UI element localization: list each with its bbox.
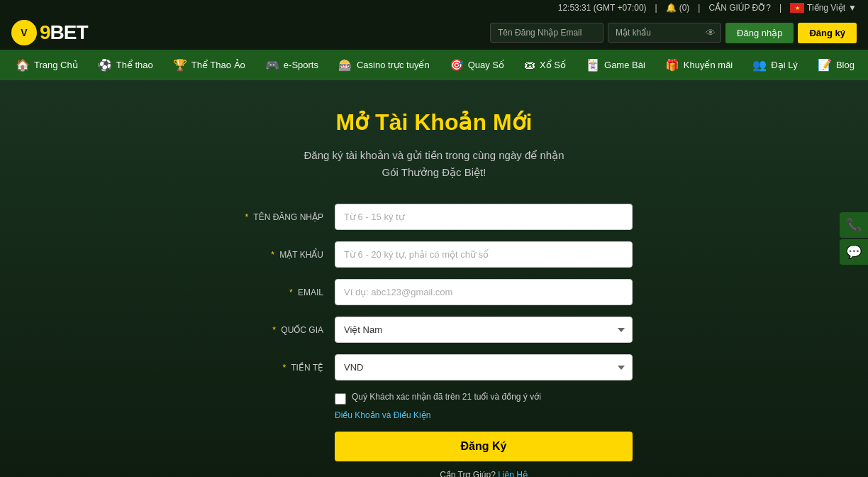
side-buttons: 📞 💬	[840, 212, 868, 265]
gift-icon: 🎁	[665, 58, 679, 72]
lang-arrow: ▼	[848, 3, 857, 13]
nav-label-the-thao: Thể thao	[116, 60, 153, 70]
terms-checkbox-row: Quý Khách xác nhận đã trên 21 tuổi và đồ…	[335, 392, 633, 405]
help-link[interactable]: CẦN GIÚP ĐỠ?	[708, 3, 770, 13]
nav-label-blog: Blog	[836, 60, 855, 70]
email-label: * EMAIL	[235, 287, 335, 297]
nav-item-quay-so[interactable]: 🎯 Quay Số	[440, 50, 514, 80]
subtitle-line2: Gói Thưởng Đặc Biệt!	[304, 164, 564, 181]
spin-icon: 🎯	[450, 58, 464, 72]
logo-circle: V	[11, 20, 37, 45]
nav-item-trang-chu[interactable]: 🏠 Trang Chủ	[6, 50, 88, 80]
casino-icon: 🎰	[338, 58, 352, 72]
password-row: * MẬT KHẨU	[235, 241, 633, 268]
username-label: * TÊN ĐĂNG NHẬP	[235, 212, 335, 222]
username-input[interactable]	[490, 23, 603, 43]
logo-bet: BET	[50, 21, 88, 43]
nav-label-the-thao-ao: Thể Thao Ảo	[191, 60, 245, 70]
notification-area[interactable]: 🔔 (0)	[666, 3, 690, 13]
country-select[interactable]: Việt Nam	[335, 317, 633, 343]
agent-icon: 👥	[752, 58, 767, 72]
support-link[interactable]: Liên Hệ	[498, 470, 528, 477]
top-bar: 12:53:31 (GMT +07:00) | 🔔 (0) | CẦN GIÚP…	[0, 0, 868, 16]
nav-label-esports: e-Sports	[284, 60, 318, 70]
nav-item-esports[interactable]: 🎮 e-Sports	[255, 50, 328, 80]
nav-item-game-bai[interactable]: 🃏 Game Bài	[576, 50, 655, 80]
nav-item-xo-so[interactable]: 🎟 Xổ Số	[514, 50, 576, 80]
chat-icon: 💬	[846, 244, 862, 260]
support-text: Cần Trợ Giúp? Liên Hệ	[335, 470, 633, 477]
nav-item-the-thao-ao[interactable]: 🏆 Thể Thao Ảo	[163, 50, 255, 80]
country-label: * QUỐC GIA	[235, 325, 335, 335]
email-row: * EMAIL	[235, 279, 633, 305]
current-time: 12:53:31 (GMT +07:00)	[558, 3, 647, 13]
divider: |	[655, 3, 657, 13]
terms-checkbox[interactable]	[335, 393, 346, 405]
nav-label-trang-chu: Trang Chủ	[34, 60, 78, 70]
support-label: Cần Trợ Giúp?	[440, 470, 496, 477]
chat-side-button[interactable]: 💬	[840, 239, 868, 265]
nav-label-casino: Casino trực tuyến	[357, 60, 430, 70]
reg-email-input[interactable]	[335, 279, 633, 305]
phone-side-button[interactable]: 📞	[840, 212, 868, 238]
subtitle-line1: Đăng ký tài khoản và gửi tiền trong cùng…	[304, 147, 564, 164]
nav-item-the-thao[interactable]: ⚽ Thể thao	[88, 50, 163, 80]
main-nav: 🏠 Trang Chủ ⚽ Thể thao 🏆 Thể Thao Ảo 🎮 e…	[0, 50, 868, 80]
nav-item-khuyen-mai[interactable]: 🎁 Khuyến mãi	[655, 50, 742, 80]
header: V 9BET 👁 Đăng nhập Đăng ký	[0, 16, 868, 50]
register-top-button[interactable]: Đăng ký	[798, 23, 857, 43]
flag-icon	[790, 3, 804, 13]
login-form: 👁 Đăng nhập Đăng ký	[490, 23, 857, 43]
register-form: * TÊN ĐĂNG NHẬP * MẬT KHẨU * EMAIL *	[235, 204, 633, 477]
phone-icon: 📞	[846, 217, 862, 233]
reg-password-input[interactable]	[335, 241, 633, 268]
password-label: * MẬT KHẨU	[235, 250, 335, 260]
logo-text: 9BET	[40, 21, 88, 44]
sports-icon: ⚽	[98, 58, 112, 72]
nav-item-casino[interactable]: 🎰 Casino trực tuyến	[328, 50, 440, 80]
submit-button[interactable]: Đăng Ký	[335, 432, 633, 461]
notification-count: (0)	[679, 3, 690, 13]
blog-icon: 📝	[818, 58, 832, 72]
lottery-icon: 🎟	[524, 59, 535, 72]
reg-username-input[interactable]	[335, 204, 633, 230]
currency-label: * TIỀN TỆ	[235, 363, 335, 373]
checkbox-label: Quý Khách xác nhận đã trên 21 tuổi và đồ…	[352, 392, 541, 402]
nav-label-quay-so: Quay Số	[468, 60, 504, 70]
nav-label-xo-so: Xổ Số	[540, 60, 566, 70]
divider2: |	[698, 3, 700, 13]
nav-item-dai-ly[interactable]: 👥 Đại Lý	[742, 50, 808, 80]
nav-item-blog[interactable]: 📝 Blog	[808, 50, 864, 80]
terms-link[interactable]: Điều Khoản và Điều Kiện	[335, 410, 633, 420]
nav-label-khuyen-mai: Khuyến mãi	[684, 60, 733, 70]
login-button[interactable]: Đăng nhập	[725, 23, 794, 43]
username-row: * TÊN ĐĂNG NHẬP	[235, 204, 633, 230]
nav-label-dai-ly: Đại Lý	[771, 60, 798, 70]
logo-9: 9	[40, 21, 50, 43]
page-title: Mở Tài Khoản Mới	[336, 109, 533, 136]
country-row: * QUỐC GIA Việt Nam	[235, 317, 633, 343]
language-selector[interactable]: Tiếng Việt ▼	[790, 3, 857, 13]
cards-icon: 🃏	[586, 58, 600, 72]
password-input[interactable]	[608, 23, 721, 43]
lang-label: Tiếng Việt	[807, 3, 845, 13]
esports-icon: 🎮	[265, 58, 279, 72]
divider3: |	[779, 3, 781, 13]
bell-icon: 🔔	[666, 3, 677, 13]
main-content: Mở Tài Khoản Mới Đăng ký tài khoản và gử…	[0, 80, 868, 477]
home-icon: 🏠	[16, 58, 30, 72]
currency-select[interactable]: VND	[335, 354, 633, 380]
password-wrap: 👁	[608, 23, 721, 43]
virtual-sports-icon: 🏆	[173, 58, 187, 72]
nav-label-game-bai: Game Bài	[604, 60, 645, 70]
page-subtitle: Đăng ký tài khoản và gửi tiền trong cùng…	[304, 147, 564, 181]
logo[interactable]: V 9BET	[11, 20, 88, 45]
eye-icon[interactable]: 👁	[706, 27, 716, 38]
currency-row: * TIỀN TỆ VND	[235, 354, 633, 380]
logo-v: V	[21, 27, 27, 38]
